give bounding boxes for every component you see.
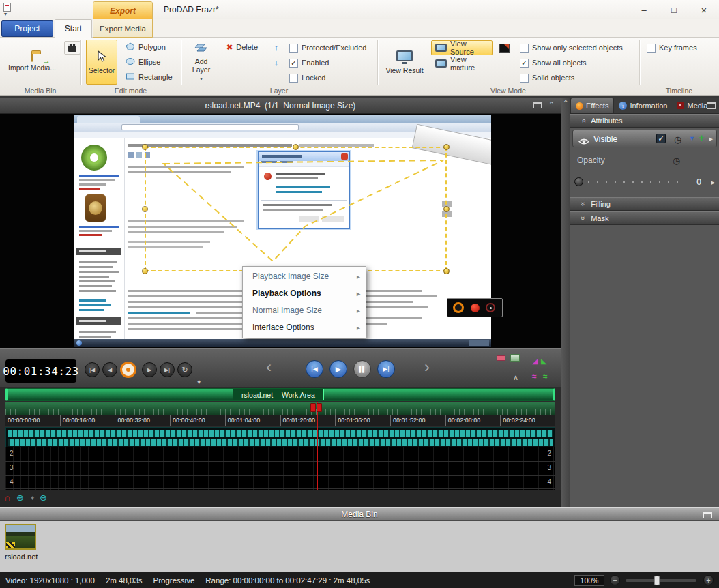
section-header-mask[interactable]: » Mask <box>570 211 719 225</box>
checkbox-solid-objects[interactable]: Solid objects <box>520 72 574 84</box>
polygon-tool-button[interactable]: Polygon <box>121 40 179 54</box>
media-bin-panel-icon[interactable] <box>703 512 712 518</box>
delete-layer-button[interactable]: ✖ Delete <box>222 40 265 54</box>
zoom-in-button[interactable]: + <box>703 575 714 585</box>
tab-export[interactable]: Export <box>93 2 152 19</box>
close-button[interactable]: × <box>689 0 719 19</box>
marker-pink-icon[interactable] <box>497 355 505 361</box>
zoom-fit-icon[interactable]: ∗ <box>30 495 35 501</box>
selection-handle[interactable] <box>443 206 450 212</box>
menu-item-playback-options[interactable]: Playback Options▸ <box>243 285 366 302</box>
wave-magenta-icon[interactable]: ≈ <box>532 372 537 381</box>
track-row-3[interactable]: 3 3 <box>5 462 555 476</box>
ellipse-tool-button[interactable]: Ellipse <box>121 55 179 69</box>
tab-effects[interactable]: Effects <box>570 98 614 113</box>
selection-handle[interactable] <box>443 268 450 274</box>
tab-export-media[interactable]: Export Media <box>93 19 152 38</box>
media-clip-thumbnail[interactable] <box>5 524 36 550</box>
selector-tool-button[interactable]: Selector <box>86 40 117 85</box>
checkbox-enabled[interactable]: ✓ Enabled <box>289 57 329 69</box>
checkbox-locked[interactable]: Locked <box>289 72 325 84</box>
layer-down-button[interactable]: ↓ <box>269 55 284 69</box>
tab-information[interactable]: i Information <box>614 98 672 113</box>
selection-handle[interactable] <box>142 144 148 150</box>
media-bin-film-button[interactable] <box>64 41 80 55</box>
playhead-flag[interactable] <box>317 403 322 412</box>
keyframe-clock-icon[interactable]: ◷ <box>673 156 680 166</box>
keyframe-clock-icon[interactable]: ◷ <box>674 134 681 145</box>
selection-handle[interactable] <box>443 144 450 150</box>
panel-splitter[interactable]: ⌃ <box>561 98 570 507</box>
selection-bounding-box[interactable] <box>145 147 447 271</box>
play-button[interactable]: ▶ <box>329 360 347 378</box>
add-layer-button[interactable]: Add Layer ▾ <box>184 40 218 85</box>
loop-button[interactable]: ↻ <box>177 362 192 377</box>
playhead-flag[interactable] <box>310 403 316 412</box>
selection-handle[interactable] <box>142 206 148 212</box>
go-range-start-button[interactable]: |◀ <box>306 360 323 378</box>
minimize-button[interactable]: – <box>629 0 659 19</box>
panel-layout-icon[interactable] <box>707 102 716 109</box>
preview-panel-icon[interactable] <box>533 102 542 108</box>
zoom-slider-handle[interactable] <box>654 576 660 585</box>
video-preview-canvas[interactable]: Playback Image Size▸ Playback Options▸ N… <box>0 114 561 348</box>
menu-item-normal-image-size[interactable]: Normal Image Size▸ <box>243 302 366 319</box>
opacity-slider-handle[interactable] <box>574 177 583 186</box>
preview-collapse-icon[interactable]: ⌃ <box>548 100 555 109</box>
zoom-in-timeline-icon[interactable]: ⊕ <box>16 493 24 503</box>
record-dot-icon[interactable] <box>471 304 480 312</box>
playhead[interactable] <box>317 402 318 490</box>
step-back-button[interactable]: ◀ <box>102 362 117 377</box>
quick-access-dropdown-icon[interactable]: ▾ <box>4 11 7 17</box>
zoom-level[interactable]: 100% <box>574 575 604 586</box>
selection-handle[interactable] <box>293 144 299 150</box>
prev-marker-icon[interactable]: ‹ <box>266 360 272 374</box>
jump-start-button[interactable]: |◀ <box>85 362 100 377</box>
work-area-bar[interactable]: rsload.net -- Work Area <box>5 388 555 401</box>
expand-arrow-icon[interactable]: ▸ <box>711 178 715 187</box>
filter-funnel-icon[interactable]: ▼ <box>689 135 695 142</box>
view-source-button[interactable]: View Source <box>431 40 493 55</box>
tab-start[interactable]: Start <box>55 19 92 38</box>
timeline-ruler[interactable] <box>5 402 555 415</box>
checkbox-protected-excluded[interactable]: Protected/Excluded <box>289 42 366 54</box>
selection-handle[interactable] <box>142 268 148 274</box>
track1-clip[interactable] <box>5 427 555 447</box>
zoom-slider[interactable] <box>626 579 696 582</box>
go-range-end-button[interactable]: ▶| <box>377 360 395 378</box>
keyframe-next-icon[interactable]: ◣ <box>541 357 546 366</box>
tab-project[interactable]: Project <box>1 20 53 37</box>
zoom-out-button[interactable]: − <box>610 575 620 585</box>
view-result-button[interactable]: View Result <box>381 40 428 85</box>
marker-green-icon[interactable] <box>510 354 520 362</box>
jump-end-button[interactable]: ▶| <box>160 362 175 377</box>
magnet-icon[interactable]: ∩ <box>4 493 10 503</box>
solid-view-button[interactable] <box>497 40 512 55</box>
menu-item-interlace-options[interactable]: Interlace Options▸ <box>243 319 366 336</box>
rectangle-tool-button[interactable]: Rectangle <box>121 70 179 84</box>
timeline-tracks[interactable]: 2 2 3 3 4 4 <box>5 447 555 490</box>
section-header-attributes[interactable]: » Attributes <box>570 114 719 128</box>
keyframe-prev-icon[interactable]: ◢ <box>532 357 538 366</box>
splitter-collapse-icon[interactable]: ⌃ <box>563 99 568 106</box>
section-header-filling[interactable]: » Filling <box>570 197 719 211</box>
import-media-button[interactable]: → Import Media... <box>3 40 61 85</box>
next-marker-icon[interactable]: › <box>424 360 430 374</box>
track-row-4[interactable]: 4 4 <box>5 476 555 489</box>
checkbox-key-frames[interactable]: Key frames <box>647 42 697 54</box>
step-forward-button[interactable]: ▶ <box>142 362 157 377</box>
collapse-arrow-icon[interactable]: ∧ <box>513 373 518 382</box>
view-mixture-button[interactable]: View mixture <box>431 57 493 70</box>
monitor-eye-icon[interactable] <box>486 303 495 312</box>
work-area-label[interactable]: rsload.net -- Work Area <box>233 389 324 400</box>
expand-arrow-icon[interactable]: ▸ <box>709 134 713 143</box>
checkbox-show-only-selected[interactable]: Show only selected objects <box>520 42 623 54</box>
maximize-button[interactable]: □ <box>659 0 689 19</box>
visible-checkbox[interactable]: ✓ <box>656 134 666 143</box>
wave-green-icon[interactable]: ≈ <box>543 372 548 381</box>
menu-item-playback-image-size[interactable]: Playback Image Size▸ <box>243 268 366 285</box>
record-button[interactable] <box>120 362 136 378</box>
record-ring-icon[interactable] <box>453 302 464 313</box>
layer-up-button[interactable]: ↑ <box>269 40 284 54</box>
add-keyframe-icon[interactable]: + <box>699 132 705 143</box>
